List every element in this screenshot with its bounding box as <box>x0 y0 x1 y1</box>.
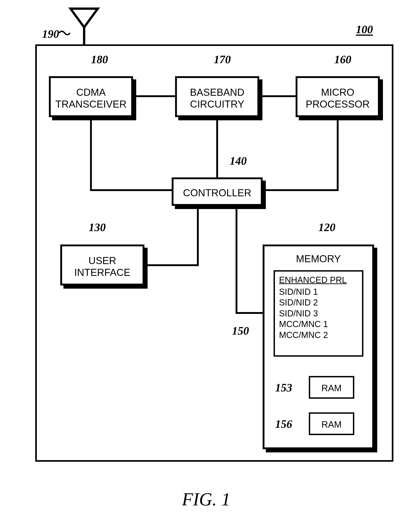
block-baseband-l1: BASEBAND <box>177 87 257 98</box>
block-micro: MICRO PROCESSOR <box>296 76 380 117</box>
prl-row: MCC/MNC 1 <box>279 319 358 330</box>
conn-micro-down <box>337 120 339 191</box>
block-micro-l1: MICRO <box>298 87 378 98</box>
block-controller-label: CONTROLLER <box>174 187 261 199</box>
ref-controller: 140 <box>230 154 247 167</box>
conn-ctrl-mem-h <box>236 312 263 314</box>
conn-baseband-controller <box>216 120 218 177</box>
block-baseband-l2: CIRCUITRY <box>177 98 257 110</box>
conn-micro-left <box>266 189 339 191</box>
block-ui: USER INTERFACE <box>60 244 144 286</box>
block-transceiver: CDMA TRANSCEIVER <box>49 76 133 117</box>
conn-ctrl-ui-h <box>148 264 199 266</box>
ref-ram2: 156 <box>275 417 292 431</box>
block-prl: ENHANCED PRL SID/NID 1 SID/NID 2 SID/NID… <box>273 270 363 357</box>
prl-row: SID/NID 1 <box>279 287 358 298</box>
prl-row: SID/NID 2 <box>279 297 358 308</box>
block-memory-title: MEMORY <box>264 253 372 264</box>
conn-baseband-micro <box>262 95 296 97</box>
prl-row: MCC/MNC 2 <box>279 330 358 341</box>
block-ram2-label: RAM <box>310 419 353 430</box>
prl-contents: ENHANCED PRL SID/NID 1 SID/NID 2 SID/NID… <box>275 272 362 344</box>
svg-marker-0 <box>71 9 98 27</box>
ref-ram1: 153 <box>275 381 292 394</box>
conn-transceiver-down <box>90 120 92 191</box>
prl-row: SID/NID 3 <box>279 308 358 319</box>
ref-memory: 120 <box>318 221 335 234</box>
conn-ctrl-ui-v <box>197 209 199 266</box>
ref-ui: 130 <box>89 221 106 234</box>
block-ram2: RAM <box>309 412 354 435</box>
ref-system: 100 <box>356 23 373 36</box>
block-ui-l1: USER <box>62 255 143 267</box>
figure-caption: FIG. 1 <box>182 489 230 510</box>
block-controller: CONTROLLER <box>172 177 263 206</box>
ref-prl: 150 <box>232 324 249 337</box>
prl-title: ENHANCED PRL <box>279 275 358 287</box>
conn-transceiver-baseband <box>136 95 175 97</box>
block-transceiver-l2: TRANSCEIVER <box>51 98 131 110</box>
ref-antenna: 190 <box>42 27 59 41</box>
block-transceiver-l1: CDMA <box>51 87 131 98</box>
block-ram1: RAM <box>309 376 354 399</box>
conn-transceiver-right <box>90 189 172 191</box>
diagram-canvas: 100 190 CDMA TRANSCEIVER 180 BASEBAND CI… <box>0 0 420 532</box>
ref-micro: 160 <box>334 53 351 66</box>
block-micro-l2: PROCESSOR <box>298 98 378 110</box>
block-baseband: BASEBAND CIRCUITRY <box>175 76 259 117</box>
ref-transceiver: 180 <box>91 53 108 66</box>
block-ui-l2: INTERFACE <box>62 267 143 278</box>
block-ram1-label: RAM <box>310 383 353 393</box>
ref-baseband: 170 <box>214 53 231 66</box>
conn-ctrl-mem-v <box>236 209 237 314</box>
